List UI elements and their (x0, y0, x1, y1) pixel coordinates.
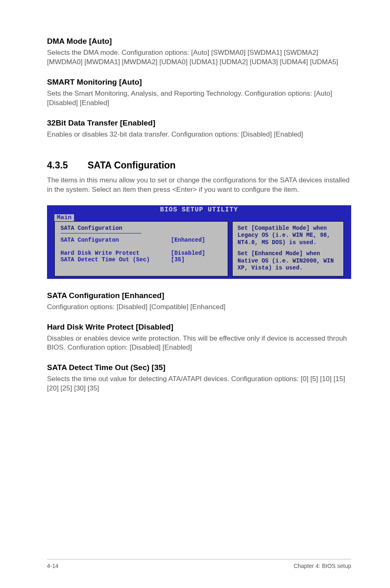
bios-tab-main: Main (54, 214, 74, 221)
smart-monitoring-heading: SMART Monitoring [Auto] (47, 78, 351, 87)
bios-setup-utility-screenshot: BIOS SETUP UTILITY Main SATA Configurati… (47, 205, 351, 279)
bios-help-panel: Set [Compatible Mode] when Legacy OS (i.… (232, 221, 344, 276)
hd-write-protect-heading: Hard Disk Write Protect [Disabled] (47, 323, 351, 332)
smart-monitoring-body: Sets the Smart Monitoring, Analysis, and… (47, 89, 351, 108)
bios-row-sata-config: SATA Configuraton [Enhanced] (61, 237, 222, 243)
bios-divider (61, 233, 141, 233)
bios-row-sata-detect-timeout: SATA Detect Time Out (Sec) [35] (61, 256, 222, 263)
bios-row-label: Hard Disk Write Protect (61, 250, 171, 256)
bios-row-value: [35] (171, 256, 185, 263)
sata-detect-timeout-body: Selects the time out value for detecting… (47, 375, 351, 393)
bios-help-text-2: Set [Enhanced Mode] when Native OS (i.e.… (238, 250, 338, 272)
bios-title: BIOS SETUP UTILITY (47, 205, 351, 213)
bios-row-label: SATA Configuraton (61, 237, 171, 243)
bios-row-value: [Disabled] (171, 250, 205, 256)
32bit-transfer-body: Enables or disables 32-bit data transfer… (47, 130, 351, 139)
sata-detect-timeout-heading: SATA Detect Time Out (Sec) [35] (47, 363, 351, 372)
bios-panel-title: SATA Configuration (61, 225, 222, 231)
bios-row-value: [Enhanced] (171, 237, 205, 243)
sata-config-enhanced-body: Configuration options: [Disabled] [Compa… (47, 303, 351, 312)
32bit-transfer-heading: 32Bit Data Transfer [Enabled] (47, 119, 351, 128)
sata-configuration-intro: The items in this menu allow you to set … (47, 176, 351, 195)
page-number: 4-14 (47, 563, 58, 569)
sata-configuration-heading: 4.3.5SATA Configuration (47, 160, 351, 171)
dma-mode-heading: DMA Mode [Auto] (47, 37, 351, 46)
dma-mode-body: Selects the DMA mode. Configuration opti… (47, 48, 351, 67)
hd-write-protect-body: Disables or enables device write protect… (47, 334, 351, 353)
bios-row-label: SATA Detect Time Out (Sec) (61, 256, 171, 263)
page-footer: 4-14 Chapter 4: BIOS setup (47, 559, 351, 569)
section-number: 4.3.5 (47, 160, 68, 171)
bios-row-hd-write-protect: Hard Disk Write Protect [Disabled] (61, 250, 222, 256)
bios-left-panel: SATA Configuration SATA Configuraton [En… (54, 221, 228, 276)
chapter-label: Chapter 4: BIOS setup (294, 563, 351, 569)
bios-help-text-1: Set [Compatible Mode] when Legacy OS (i.… (238, 225, 338, 247)
bios-row-spacer (61, 243, 222, 250)
section-title: SATA Configuration (87, 160, 175, 171)
sata-config-enhanced-heading: SATA Configuration [Enhanced] (47, 291, 351, 300)
